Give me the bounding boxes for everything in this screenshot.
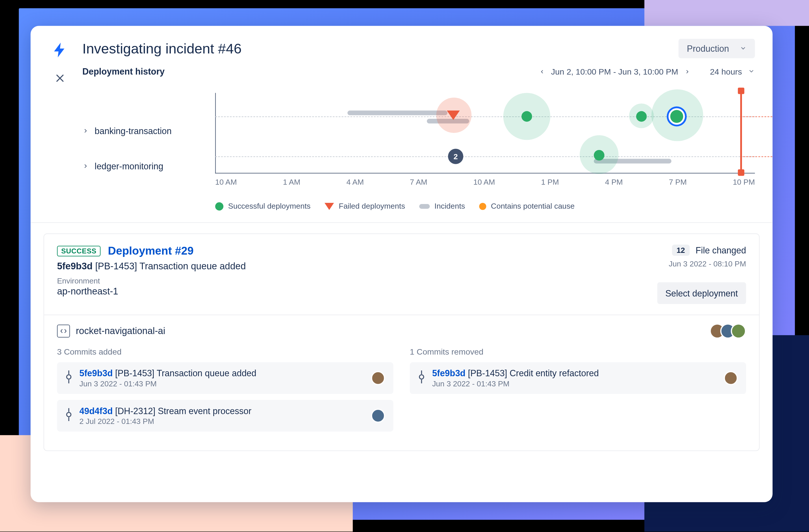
legend-label: Successful deployments — [228, 202, 311, 211]
x-tick: 7 AM — [410, 178, 427, 187]
head-commit-line: 5fe9b3d [PB-1453] Transaction queue adde… — [57, 261, 245, 272]
commit-card[interactable]: 5fe9b3d [PB-1453] Transaction queue adde… — [57, 362, 393, 394]
chart-x-ticks: 10 AM 1 AM 4 AM 7 AM 10 AM 1 PM 4 PM 7 P… — [215, 178, 755, 187]
legend-label: Incidents — [434, 202, 465, 211]
window-select[interactable]: 24 hours — [710, 67, 755, 76]
contributor-avatars[interactable] — [714, 323, 746, 339]
legend-label: Failed deployments — [339, 202, 405, 211]
chart-legend: Successful deployments Failed deployment… — [31, 198, 773, 223]
file-changed-label: File changed — [695, 245, 746, 255]
legend-incident-icon — [419, 204, 430, 208]
commit-time: Jun 3 2022 - 01:43 PM — [432, 379, 717, 389]
chevron-left-icon[interactable] — [539, 67, 545, 76]
x-tick: 4 AM — [346, 178, 364, 187]
commit-msg: [PB-1453] Transaction queue added — [115, 368, 257, 378]
commit-time: 2 Jul 2022 - 01:43 PM — [80, 417, 364, 426]
commit-hash[interactable]: 5fe9b3d — [432, 368, 465, 378]
deployment-title-link[interactable]: Deployment #29 — [108, 245, 194, 257]
repo-icon — [57, 325, 70, 338]
commit-hash[interactable]: 5fe9b3d — [80, 368, 113, 378]
service-name: banking-transaction — [95, 125, 172, 136]
deployment-timestamp: Jun 3 2022 - 08:10 PM — [657, 259, 746, 268]
commit-msg: [DH-2312] Stream event processor — [115, 406, 252, 416]
commit-hash[interactable]: 49d4f3d — [80, 406, 113, 416]
commit-node-icon — [418, 371, 425, 386]
service-row-ledger[interactable]: ledger-monitoring — [82, 148, 215, 184]
legend-failed-icon — [325, 203, 334, 209]
avatar[interactable] — [371, 409, 385, 423]
chart-lane-highlight — [743, 156, 773, 157]
x-tick: 10 AM — [473, 178, 495, 187]
chevron-down-icon — [748, 67, 755, 76]
commit-card[interactable]: 5fe9b3d [PB-1453] Credit entity refactor… — [410, 362, 746, 394]
legend-label: Contains potential cause — [491, 202, 575, 211]
file-changed-row[interactable]: 12 File changed — [657, 245, 746, 256]
chevron-right-icon[interactable] — [684, 67, 690, 76]
x-tick: 4 PM — [605, 178, 623, 187]
svg-point-2 — [419, 375, 424, 379]
success-deployment-marker[interactable] — [636, 111, 647, 122]
bolt-icon — [51, 41, 69, 61]
legend-cause-icon — [479, 203, 486, 209]
date-range-picker[interactable]: Jun 2, 10:00 PM - Jun 3, 10:00 PM — [539, 67, 690, 76]
window-value: 24 hours — [710, 67, 742, 76]
page-title: Investigating incident #46 — [82, 40, 242, 57]
commit-time: Jun 3 2022 - 01:43 PM — [80, 379, 364, 389]
selected-deployment-marker[interactable] — [670, 110, 683, 123]
commit-node-icon — [65, 408, 72, 423]
status-badge: SUCCESS — [57, 246, 101, 257]
commit-node-icon — [65, 371, 72, 386]
commit-msg: [PB-1453] Credit entity refactored — [468, 368, 599, 378]
commit-card[interactable]: 49d4f3d [DH-2312] Stream event processor… — [57, 400, 393, 432]
commits-added-title: 3 Commits added — [57, 347, 393, 357]
avatar[interactable] — [731, 323, 746, 339]
deployment-details-panel: SUCCESS Deployment #29 5fe9b3d [PB-1453]… — [44, 234, 760, 451]
environment-label: Environment — [57, 276, 245, 285]
environment-select[interactable]: Production — [679, 39, 755, 58]
service-name: ledger-monitoring — [95, 161, 163, 171]
file-changed-count: 12 — [672, 245, 690, 256]
x-tick: 10 PM — [733, 178, 755, 187]
avatar[interactable] — [371, 371, 385, 385]
chart-lane — [215, 156, 755, 157]
success-deployment-marker[interactable] — [594, 150, 604, 161]
incident-bar[interactable] — [348, 111, 448, 115]
x-tick: 7 PM — [669, 178, 687, 187]
chevron-down-icon — [740, 44, 746, 54]
cluster-badge[interactable]: 2 — [448, 149, 463, 164]
chart-axis-bottom — [215, 173, 755, 173]
environment-value: ap-northeast-1 — [57, 286, 245, 297]
commit-hash: 5fe9b3d — [57, 261, 92, 271]
x-tick: 1 AM — [283, 178, 300, 187]
chart-lane-highlight — [743, 117, 773, 117]
now-marker — [740, 90, 742, 173]
svg-point-1 — [67, 412, 71, 417]
failed-deployment-marker[interactable] — [447, 111, 460, 120]
x-tick: 10 AM — [215, 178, 237, 187]
select-deployment-button[interactable]: Select deployment — [657, 282, 746, 304]
commit-msg: [PB-1453] Transaction queue added — [95, 261, 245, 271]
chart-axis-left — [215, 93, 216, 174]
legend-success-icon — [215, 202, 223, 210]
x-tick: 1 PM — [541, 178, 559, 187]
svg-point-0 — [67, 375, 71, 379]
chevron-right-icon — [82, 163, 89, 169]
close-icon[interactable] — [55, 73, 65, 86]
chevron-right-icon — [82, 127, 89, 134]
commits-removed-title: 1 Commits removed — [410, 347, 746, 357]
deployment-timeline-chart[interactable]: 2 10 AM 1 AM 4 AM 7 AM 10 AM 1 PM 4 PM 7… — [215, 93, 755, 190]
avatar[interactable] — [724, 371, 738, 385]
date-range-value: Jun 2, 10:00 PM - Jun 3, 10:00 PM — [551, 67, 678, 76]
decor-purple — [644, 0, 809, 26]
repo-name[interactable]: rocket-navigational-ai — [76, 326, 165, 336]
service-row-banking[interactable]: banking-transaction — [82, 113, 215, 148]
incident-card: Investigating incident #46 Production De… — [31, 26, 773, 502]
section-subtitle: Deployment history — [82, 67, 165, 76]
success-deployment-marker[interactable] — [521, 111, 532, 122]
environment-value: Production — [687, 44, 729, 54]
